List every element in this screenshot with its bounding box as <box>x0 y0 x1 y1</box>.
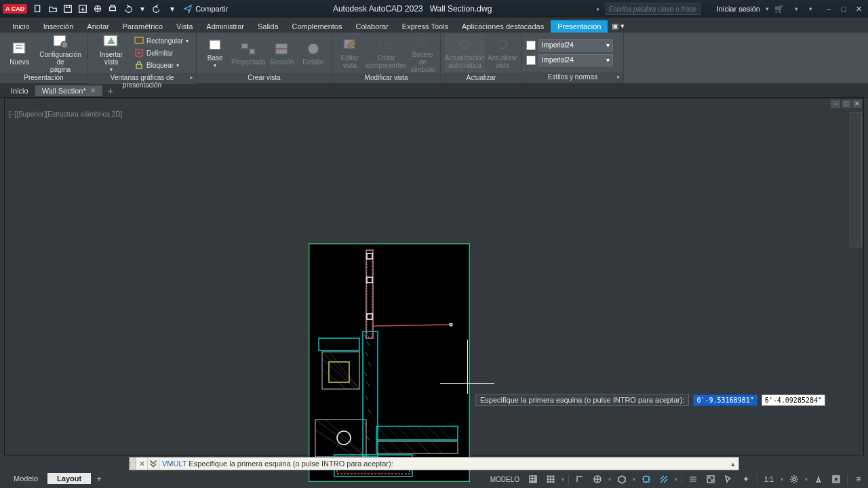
svg-rect-31 <box>367 277 372 283</box>
status-transparency-icon[interactable] <box>704 473 717 485</box>
search-input[interactable] <box>606 3 701 15</box>
status-polar-icon[interactable] <box>591 473 604 485</box>
qat-undo-icon[interactable] <box>122 3 133 14</box>
tab-complementos[interactable]: Complementos <box>285 20 349 33</box>
qat-saveas-icon[interactable] <box>77 3 88 14</box>
status-gear-icon[interactable] <box>787 473 801 485</box>
qat-undo-dd[interactable]: ▾ <box>137 3 148 14</box>
drawing-area[interactable]: [–][Superior][Estructura alámbrica 2D] –… <box>4 98 864 455</box>
insert-view-button[interactable]: Insertar vista ▾ <box>92 34 130 72</box>
share-button[interactable]: Compartir <box>183 4 228 14</box>
dynamic-x-input[interactable]: 0'-9.53168981" <box>693 394 757 406</box>
section-view-button: Sección <box>267 34 296 72</box>
tab-parametrico[interactable]: Paramétrico <box>116 20 170 33</box>
draw-minimize[interactable]: – <box>831 100 840 108</box>
new-layout-button[interactable]: Nueva <box>4 34 35 72</box>
viewport-lock[interactable]: Bloquear ▾ <box>133 60 190 70</box>
status-osnap-icon[interactable] <box>639 473 653 485</box>
cmd-text[interactable]: VMULT Especifique la primera esquina (o … <box>159 460 728 468</box>
cart-icon[interactable]: 🛒 <box>774 5 784 14</box>
status-selection-icon[interactable] <box>722 473 735 485</box>
draw-maximize[interactable]: □ <box>842 100 851 108</box>
section-style-dropdown[interactable]: Imperial24▾ <box>538 39 613 52</box>
svg-point-51 <box>553 479 554 480</box>
qat-redo-dd[interactable]: ▾ <box>167 3 178 14</box>
svg-rect-30 <box>367 253 372 259</box>
cmd-close-icon[interactable]: ✕ <box>136 460 147 468</box>
tab-extra[interactable]: ▣ ▾ <box>608 20 629 33</box>
svg-point-53 <box>550 481 551 483</box>
qat-redo-icon[interactable] <box>152 3 163 14</box>
tab-anotar[interactable]: Anotar <box>80 20 115 33</box>
qat-new-icon[interactable] <box>33 3 43 14</box>
svg-rect-18 <box>210 40 220 49</box>
dynamic-y-input[interactable]: 6'-4.09285284" <box>762 394 825 406</box>
btab-layout[interactable]: Layout <box>47 473 91 484</box>
status-ortho-icon[interactable] <box>573 473 587 485</box>
svg-rect-5 <box>110 7 116 10</box>
svg-rect-2 <box>66 5 70 8</box>
tab-insercion[interactable]: Inserción <box>37 20 81 33</box>
btab-modelo[interactable]: Modelo <box>4 473 47 484</box>
qat-open-icon[interactable] <box>47 3 58 14</box>
login-dd[interactable]: ▾ <box>766 5 769 12</box>
tab-express[interactable]: Express Tools <box>395 20 455 33</box>
tab-inicio[interactable]: Inicio <box>5 20 37 33</box>
tab-administrar[interactable]: Administrar <box>199 20 251 33</box>
panel-title-modificar: Modificar vista <box>332 73 440 83</box>
viewport-clip[interactable]: Delimitar <box>133 47 190 58</box>
login-button[interactable]: Iniciar sesión <box>717 5 760 13</box>
status-scale[interactable]: 1:1 <box>762 476 776 483</box>
status-lwt-icon[interactable] <box>686 473 700 485</box>
vp-style[interactable]: [Estructura alámbrica 2D] <box>45 110 122 118</box>
vp-menu[interactable]: [–] <box>9 110 16 118</box>
tab-presentacion[interactable]: Presentación <box>551 20 608 33</box>
status-otrack-icon[interactable] <box>657 473 671 485</box>
svg-point-52 <box>547 481 549 483</box>
close-button[interactable]: ✕ <box>852 3 865 14</box>
update-view-button: Actualizar vista <box>488 34 517 72</box>
panel-title-ventanas: Ventanas gráficas de presentación▸ <box>88 73 196 84</box>
tab-salida[interactable]: Salida <box>251 20 285 33</box>
panel-title-crear: Crear vista <box>197 73 332 83</box>
qat-save-icon[interactable] <box>62 3 73 14</box>
maximize-button[interactable]: □ <box>837 3 850 14</box>
filetab-inicio[interactable]: Inicio <box>4 85 35 96</box>
cmd-recent-icon[interactable] <box>147 458 159 470</box>
vp-view[interactable]: [Superior] <box>16 110 45 118</box>
status-grid-icon[interactable] <box>526 473 540 485</box>
status-annoscale-icon[interactable] <box>812 473 825 485</box>
panel-title-presentacion: Presentación <box>0 73 87 83</box>
filetab-add[interactable]: + <box>102 84 119 98</box>
detail-style-dropdown[interactable]: Imperial24▾ <box>538 54 613 66</box>
svg-point-48 <box>553 476 554 477</box>
tab-colaborar[interactable]: Colaborar <box>349 20 395 33</box>
status-snap-icon[interactable] <box>544 473 557 485</box>
status-maximize-vp-icon[interactable] <box>829 473 843 485</box>
cmd-grip-icon[interactable]: ⋮⋮ <box>130 458 136 470</box>
status-space[interactable]: MODELO <box>488 476 522 483</box>
cmd-history-icon[interactable]: ▴ <box>728 460 738 468</box>
viewport-rectangular[interactable]: Rectangular ▾ <box>133 35 190 46</box>
tab-aplicaciones[interactable]: Aplicaciones destacadas <box>455 20 551 33</box>
status-gizmo-icon[interactable]: ✦ <box>739 473 753 485</box>
btab-add[interactable]: + <box>91 472 107 485</box>
draw-close[interactable]: ✕ <box>852 100 862 108</box>
navigation-bar[interactable] <box>850 112 862 247</box>
filetab-wallsection[interactable]: Wall Section*✕ <box>35 85 102 96</box>
svg-point-50 <box>550 479 551 480</box>
status-customize-icon[interactable]: ≡ <box>852 473 865 485</box>
minimize-button[interactable]: – <box>822 3 835 14</box>
qat-plot-icon[interactable] <box>107 3 118 14</box>
svg-rect-59 <box>711 479 714 483</box>
base-view-button[interactable]: Base ▾ <box>201 34 229 72</box>
filetab-close-icon[interactable]: ✕ <box>90 87 96 94</box>
search-caret[interactable]: ▸ <box>597 5 600 12</box>
qat-web-icon[interactable] <box>92 3 103 14</box>
command-line[interactable]: ⋮⋮ ✕ VMULT Especifique la primera esquin… <box>129 457 739 470</box>
tab-vista[interactable]: Vista <box>170 20 199 33</box>
ribbon-tabs: Inicio Inserción Anotar Paramétrico Vist… <box>0 18 868 33</box>
status-isodraft-icon[interactable] <box>615 473 629 485</box>
page-setup-button[interactable]: Configuración de página <box>37 34 83 72</box>
edit-view-button: Editar vista <box>336 34 363 72</box>
